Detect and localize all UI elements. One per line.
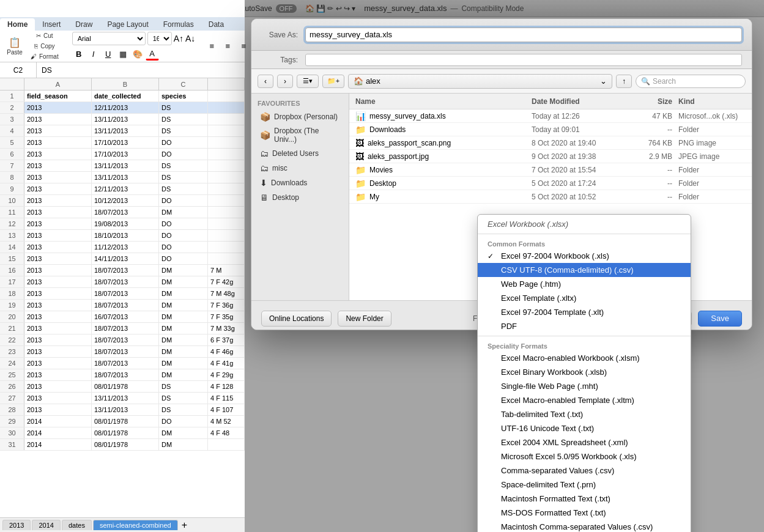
table-row[interactable]: 10 2013 10/12/2013 DO <box>0 195 245 207</box>
table-row[interactable]: 19 2013 18/07/2013 DM 7 F 36g <box>0 300 245 311</box>
tab-draw[interactable]: Draw <box>68 18 100 31</box>
online-locations-button[interactable]: Online Locations <box>261 311 332 327</box>
format-option-xml2004[interactable]: Excel 2004 XML Spreadsheet (.xml) <box>478 435 691 449</box>
table-row[interactable]: 21 2013 18/07/2013 DM 7 M 33g <box>0 323 245 334</box>
sidebar-item-downloads[interactable]: ⬇ Downloads <box>254 175 346 190</box>
format-option-pdf[interactable]: PDF <box>478 319 691 333</box>
tab-insert[interactable]: Insert <box>35 18 68 31</box>
sidebar-item-desktop[interactable]: 🖥 Desktop <box>254 190 346 205</box>
table-row[interactable]: 11 2013 18/07/2013 DM <box>0 207 245 218</box>
new-folder-button[interactable]: New Folder <box>338 311 391 327</box>
table-row[interactable]: 23 2013 18/07/2013 DM 4 F 46g <box>0 346 245 358</box>
list-item[interactable]: 📁 My 5 Oct 2020 at 10:52 -- Folder <box>349 190 752 204</box>
format-option-xlsm[interactable]: Excel Macro-enabled Workbook (.xlsm) <box>478 351 691 365</box>
tab-page-layout[interactable]: Page Layout <box>100 18 155 31</box>
save-button[interactable]: Save <box>698 311 742 327</box>
align-left-button[interactable]: ≡ <box>205 40 218 53</box>
decrease-font-icon[interactable]: A↓ <box>185 34 195 43</box>
new-folder-icon-button[interactable]: 📁+ <box>322 75 344 88</box>
format-option-mht[interactable]: Single-file Web Page (.mht) <box>478 379 691 393</box>
format-option-prn[interactable]: Space-delimited Text (.prn) <box>478 478 691 492</box>
table-row[interactable]: 24 2013 18/07/2013 DM 4 F 41g <box>0 358 245 369</box>
table-row[interactable]: 30 2014 08/01/1978 DM 4 F 48 <box>0 427 245 439</box>
up-directory-button[interactable]: ↑ <box>616 75 632 88</box>
table-row[interactable]: 17 2013 18/07/2013 DM 7 F 42g <box>0 276 245 288</box>
format-option-mac-txt[interactable]: Macintosh Formatted Text (.txt) <box>478 492 691 506</box>
formula-input[interactable] <box>37 66 245 75</box>
paste-button[interactable]: 📋 Paste <box>5 35 24 57</box>
increase-font-icon[interactable]: A↑ <box>174 34 184 43</box>
filename-input[interactable] <box>305 28 742 42</box>
format-option-web-page[interactable]: Web Page (.htm) <box>478 277 691 291</box>
italic-button[interactable]: I <box>87 47 100 61</box>
format-option-csv-utf8[interactable]: CSV UTF-8 (Comma-delimited) (.csv) <box>478 263 691 277</box>
sidebar-item-dropbox-personal[interactable]: 📦 Dropbox (Personal) <box>254 109 346 124</box>
table-row[interactable]: 25 2013 18/07/2013 DM 4 F 29g <box>0 369 245 381</box>
list-item[interactable]: 📁 Desktop 5 Oct 2020 at 17:24 -- Folder <box>349 177 752 190</box>
format-option-xlt97[interactable]: Excel 97-2004 Template (.xlt) <box>478 305 691 319</box>
tab-data[interactable]: Data <box>201 18 231 31</box>
add-sheet-button[interactable]: + <box>182 520 187 531</box>
table-row[interactable]: 20 2013 16/07/2013 DM 7 F 35g <box>0 311 245 323</box>
table-row[interactable]: 22 2013 18/07/2013 DM 6 F 37g <box>0 334 245 346</box>
format-option-xls5[interactable]: Microsoft Excel 5.0/95 Workbook (.xls) <box>478 449 691 464</box>
cut-button[interactable]: ✂ Cut <box>27 31 62 40</box>
tab-home[interactable]: Home <box>0 18 35 31</box>
location-selector[interactable]: 🏠 alex ⌄ <box>348 74 612 89</box>
cell-reference[interactable]: C2 <box>0 62 37 78</box>
format-option-mac-csv[interactable]: Macintosh Comma-separated Values (.csv) <box>478 520 691 532</box>
sidebar-item-deleted-users[interactable]: 🗂 Deleted Users <box>254 146 346 161</box>
underline-button[interactable]: U <box>102 47 115 61</box>
bold-button[interactable]: B <box>72 47 86 61</box>
table-row[interactable]: 13 2013 18/10/2013 DO <box>0 230 245 242</box>
table-row[interactable]: 18 2013 18/07/2013 DM 7 M 48g <box>0 288 245 300</box>
format-button[interactable]: 🖌 Format <box>27 52 62 61</box>
table-row[interactable]: 27 2013 13/11/2013 DS 4 F 115 <box>0 393 245 404</box>
format-option-xltm[interactable]: Excel Macro-enabled Template (.xltm) <box>478 393 691 407</box>
list-item[interactable]: 🖼 aleks_passport.jpg 9 Oct 2020 at 19:38… <box>349 150 752 163</box>
list-item[interactable]: 🖼 aleks_passport_scan.png 8 Oct 2020 at … <box>349 136 752 150</box>
table-row[interactable]: 5 2013 17/10/2013 DO <box>0 137 245 149</box>
table-row[interactable]: 15 2013 14/11/2013 DO <box>0 253 245 265</box>
table-row[interactable]: 14 2013 11/12/2013 DO <box>0 242 245 253</box>
table-row[interactable]: 9 2013 12/11/2013 DS <box>0 183 245 195</box>
format-option-xls97[interactable]: ✓ Excel 97-2004 Workbook (.xls) <box>478 249 691 263</box>
table-row[interactable]: 1 field_season date_collected species <box>0 91 245 102</box>
font-size-selector[interactable]: 16 <box>147 32 172 45</box>
forward-button[interactable]: › <box>277 75 293 88</box>
table-row[interactable]: 16 2013 18/07/2013 DM 7 M <box>0 265 245 276</box>
font-color-button[interactable]: A <box>146 47 159 61</box>
table-row[interactable]: 26 2013 08/01/1978 DS 4 F 128 <box>0 381 245 393</box>
sheet-tab-semi-cleaned[interactable]: semi-cleaned-combined <box>93 520 178 530</box>
format-option-dos-txt[interactable]: MS-DOS Formatted Text (.txt) <box>478 506 691 520</box>
table-row[interactable]: 2 2013 12/11/2013 DS <box>0 102 245 114</box>
format-option-xltx[interactable]: Excel Template (.xltx) <box>478 291 691 305</box>
border-button[interactable]: ▦ <box>116 47 130 61</box>
table-row[interactable]: 31 2014 08/01/1978 DM <box>0 439 245 451</box>
table-row[interactable]: 8 2013 13/11/2013 DS <box>0 172 245 183</box>
sheet-tab-2013[interactable]: 2013 <box>2 520 31 530</box>
format-option-txt-tab[interactable]: Tab-delimited Text (.txt) <box>478 407 691 421</box>
sidebar-item-dropbox-univ[interactable]: 📦 Dropbox (The Univ...) <box>254 124 346 146</box>
sheet-tab-dates[interactable]: dates <box>62 520 92 530</box>
highlight-button[interactable]: 🎨 <box>131 47 144 61</box>
table-row[interactable]: 7 2013 13/11/2013 DS <box>0 160 245 172</box>
search-box[interactable]: 🔍 Search <box>636 75 746 88</box>
table-row[interactable]: 29 2014 08/01/1978 DO 4 M 52 <box>0 416 245 427</box>
view-options-button[interactable]: ☰▾ <box>297 75 319 88</box>
copy-button[interactable]: ⎘ Copy <box>27 42 62 51</box>
back-button[interactable]: ‹ <box>258 75 273 88</box>
tags-input[interactable] <box>305 54 742 66</box>
font-selector[interactable]: Arial <box>72 32 146 45</box>
sidebar-item-misc[interactable]: 🗂 misc <box>254 161 346 175</box>
format-option-txt-utf16[interactable]: UTF-16 Unicode Text (.txt) <box>478 421 691 435</box>
table-row[interactable]: 4 2013 13/11/2013 DS <box>0 125 245 137</box>
table-row[interactable]: 3 2013 13/11/2013 DS <box>0 114 245 125</box>
table-row[interactable]: 12 2013 19/08/2013 DO <box>0 218 245 230</box>
table-row[interactable]: 6 2013 17/10/2013 DO <box>0 149 245 160</box>
tab-formulas[interactable]: Formulas <box>156 18 201 31</box>
format-option-xlsb[interactable]: Excel Binary Workbook (.xlsb) <box>478 365 691 379</box>
list-item[interactable]: 📁 Movies 7 Oct 2020 at 15:54 -- Folder <box>349 163 752 177</box>
list-item[interactable]: 📊 messy_survey_data.xls Today at 12:26 4… <box>349 109 752 123</box>
sheet-tab-2014[interactable]: 2014 <box>32 520 60 530</box>
